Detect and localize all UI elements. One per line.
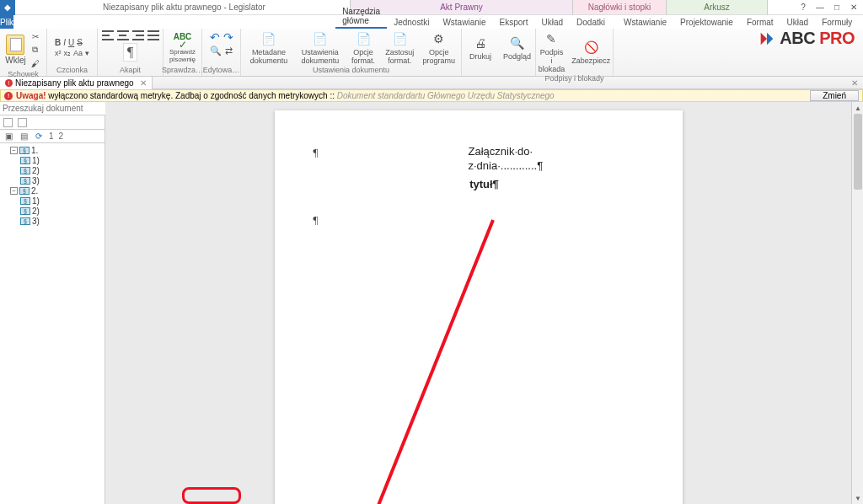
help-icon[interactable]: ? bbox=[797, 2, 809, 13]
refresh-icon[interactable]: ⟳ bbox=[34, 131, 44, 142]
podpis-button[interactable]: ✎ Podpis i blokada bbox=[537, 30, 567, 73]
tree-node-1[interactable]: −§1. bbox=[2, 145, 103, 155]
drukuj-button[interactable]: 🖨 Drukuj bbox=[468, 35, 493, 61]
copy-icon[interactable]: ⧉ bbox=[29, 44, 41, 56]
opcje-format-label: Opcje format. bbox=[350, 48, 377, 65]
warning-blurred: Dokument standardartu Głównego Urzędu St… bbox=[337, 91, 555, 100]
vertical-scrollbar[interactable]: ▲ ▼ bbox=[851, 102, 863, 504]
tree-label-1: 1. bbox=[31, 146, 38, 155]
superscript-button[interactable]: x² bbox=[55, 49, 62, 57]
tree-node-1-1[interactable]: §1) bbox=[2, 155, 103, 165]
tree-node-2-2[interactable]: §2) bbox=[2, 206, 103, 216]
replace-button[interactable]: ⇄ bbox=[225, 46, 233, 56]
tab-narzedzia-glowne[interactable]: Narzędzia główne bbox=[335, 5, 387, 29]
document-page[interactable]: ¶ Załącznik·do· z·dnia·............¶ tyt… bbox=[275, 110, 683, 504]
group-sprawdzanie: Sprawdza… bbox=[162, 65, 203, 74]
tab-formuly[interactable]: Formuły bbox=[815, 16, 859, 29]
group-schowek: Schowek bbox=[8, 69, 39, 78]
tab-uklad2[interactable]: Układ bbox=[780, 16, 816, 29]
protect-icon: 🚫 bbox=[582, 39, 599, 56]
tab-wstawianie[interactable]: Wstawianie bbox=[436, 16, 492, 29]
align-left-button[interactable] bbox=[102, 30, 114, 40]
nav-page-1[interactable]: 1 bbox=[49, 131, 54, 141]
context-title-arkusz: Arkusz bbox=[667, 0, 768, 15]
group-czcionka: Czcionka bbox=[56, 65, 88, 74]
undo-button[interactable]: ↶ bbox=[210, 30, 220, 44]
tab-format[interactable]: Format bbox=[740, 16, 780, 29]
tree-node-1-3[interactable]: §3) bbox=[2, 175, 103, 185]
tree-label-2: 2. bbox=[31, 186, 38, 196]
metadane-button[interactable]: 📄 Metadane dokumentu bbox=[245, 30, 292, 65]
tree-node-2-1[interactable]: §1) bbox=[2, 196, 103, 206]
close-button[interactable]: ✕ bbox=[848, 2, 860, 13]
opcje-programu-button[interactable]: ⚙ Opcje programu bbox=[421, 30, 458, 65]
zabezpiecz-button[interactable]: 🚫 Zabezpiecz bbox=[570, 39, 612, 65]
minimize-button[interactable]: — bbox=[814, 2, 826, 13]
doc-line-3: tytuł¶ bbox=[325, 177, 644, 191]
tree-node-1-2[interactable]: §2) bbox=[2, 165, 103, 175]
program-options-icon: ⚙ bbox=[431, 30, 448, 47]
search-input[interactable] bbox=[0, 102, 112, 115]
scroll-thumb[interactable] bbox=[854, 114, 862, 190]
file-tab[interactable]: Plik bbox=[0, 15, 13, 29]
tree-label-1-3: 3) bbox=[32, 176, 40, 185]
preview-icon: 🔍 bbox=[509, 35, 526, 51]
tab-uklad[interactable]: Układ bbox=[534, 16, 570, 29]
cut-icon[interactable]: ✂ bbox=[29, 30, 41, 42]
expand-all-icon[interactable]: ▤ bbox=[19, 131, 29, 142]
tab-jednostki[interactable]: Jednostki bbox=[387, 16, 436, 29]
paragraph-mark-2: ¶ bbox=[314, 213, 319, 227]
scroll-down-button[interactable]: ▼ bbox=[852, 492, 863, 504]
opcje-format-button[interactable]: 📄 Opcje format. bbox=[348, 30, 378, 65]
tab-dodatki[interactable]: Dodatki bbox=[570, 16, 612, 29]
align-right-button[interactable] bbox=[132, 30, 144, 40]
signature-icon: ✎ bbox=[543, 30, 560, 47]
zastosuj-format-button[interactable]: 📄 Zastosuj format. bbox=[382, 30, 417, 65]
subscript-button[interactable]: x₂ bbox=[63, 49, 71, 57]
group-ustawienia: Ustawienia dokumentu bbox=[313, 65, 389, 74]
tab-projektowanie[interactable]: Projektowanie bbox=[673, 16, 740, 29]
scroll-up-button[interactable]: ▲ bbox=[852, 102, 863, 114]
options-icon: 📄 bbox=[355, 30, 372, 47]
align-center-button[interactable] bbox=[117, 30, 129, 40]
collapse-all-icon[interactable]: ▣ bbox=[3, 131, 13, 142]
bold-button[interactable]: B bbox=[55, 38, 61, 47]
ustawienia-dok-label: Ustawienia dokumentu bbox=[297, 48, 343, 65]
paste-button[interactable]: Wklej bbox=[5, 35, 25, 65]
podglad-label: Podgląd bbox=[503, 52, 531, 61]
podglad-button[interactable]: 🔍 Podgląd bbox=[501, 35, 533, 61]
change-case-button[interactable]: Aa bbox=[73, 49, 83, 57]
strike-button[interactable]: S bbox=[77, 38, 83, 47]
group-akapit: Akapit bbox=[120, 65, 141, 74]
format-painter-icon[interactable]: 🖌 bbox=[29, 57, 41, 69]
tab-dane[interactable]: Dane bbox=[859, 16, 863, 29]
nav-view2-button[interactable] bbox=[18, 118, 27, 127]
spellcheck-button[interactable]: ABC ✓ Sprawdź pisownię bbox=[168, 32, 197, 63]
find-button[interactable]: 🔍 bbox=[210, 46, 222, 56]
close-all-tabs-button[interactable]: ✕ bbox=[846, 78, 863, 88]
tree-node-2-3[interactable]: §3) bbox=[2, 216, 103, 226]
font-dropdown[interactable]: ▾ bbox=[85, 49, 89, 57]
editor-canvas[interactable]: ¶ Załącznik·do· z·dnia·............¶ tyt… bbox=[105, 102, 851, 504]
close-tab-button[interactable]: ✕ bbox=[137, 78, 147, 88]
drukuj-label: Drukuj bbox=[469, 52, 491, 61]
ustawienia-dok-button[interactable]: 📄 Ustawienia dokumentu bbox=[296, 30, 345, 65]
tab-eksport[interactable]: Eksport bbox=[493, 16, 535, 29]
italic-button[interactable]: I bbox=[63, 38, 66, 47]
redo-button[interactable]: ↷ bbox=[223, 30, 233, 44]
zmien-button[interactable]: Zmień bbox=[810, 90, 859, 101]
group-drukuj bbox=[480, 65, 482, 74]
tree-label-2-2: 2) bbox=[32, 206, 40, 216]
align-justify-button[interactable] bbox=[147, 30, 159, 40]
print-icon: 🖨 bbox=[472, 35, 489, 51]
underline-button[interactable]: U bbox=[68, 38, 74, 47]
tab-wstawianie2[interactable]: Wstawianie bbox=[617, 16, 673, 29]
gear-icon: 📄 bbox=[312, 30, 329, 47]
show-pilcrow-button[interactable]: ¶ bbox=[123, 43, 137, 62]
nav-view1-button[interactable] bbox=[3, 118, 13, 127]
nav-page-2[interactable]: 2 bbox=[59, 131, 64, 141]
tree-node-2[interactable]: −§2. bbox=[2, 185, 103, 196]
context-title-naglowki: Nagłówki i stopki bbox=[573, 0, 667, 15]
maximize-button[interactable]: □ bbox=[831, 2, 843, 13]
opcje-prog-label: Opcje programu bbox=[423, 48, 456, 65]
